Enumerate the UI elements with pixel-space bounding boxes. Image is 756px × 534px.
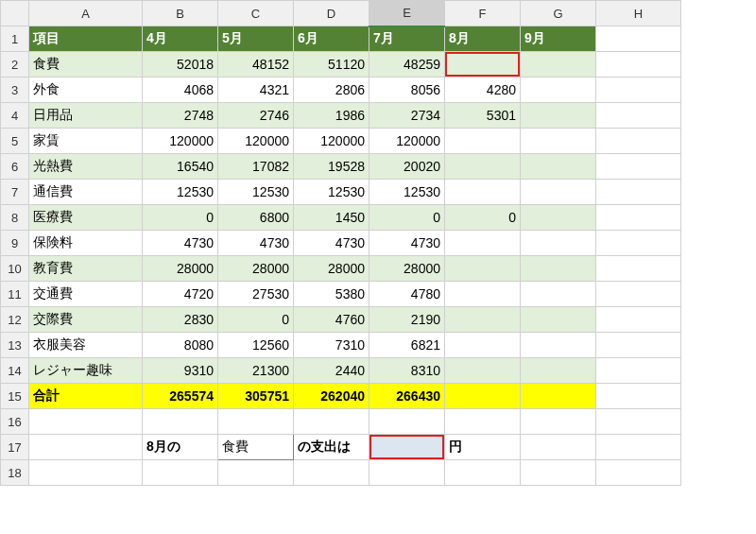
- row-header-4[interactable]: 4: [1, 103, 29, 129]
- row-header-18[interactable]: 18: [1, 460, 29, 486]
- row-header-17[interactable]: 17: [1, 435, 29, 460]
- data-cell[interactable]: 12530: [218, 180, 294, 205]
- data-cell[interactable]: 7310: [294, 333, 369, 358]
- data-cell[interactable]: [521, 180, 596, 205]
- data-cell[interactable]: [445, 256, 521, 282]
- header-item[interactable]: 項目: [29, 26, 143, 52]
- data-cell[interactable]: 120000: [294, 129, 369, 154]
- row-label[interactable]: 食費: [29, 52, 143, 78]
- data-cell[interactable]: 27530: [218, 282, 294, 307]
- data-cell[interactable]: 0: [445, 205, 521, 231]
- data-cell[interactable]: 17082: [218, 154, 294, 180]
- data-cell[interactable]: [521, 103, 596, 129]
- data-cell[interactable]: [445, 52, 521, 78]
- data-cell[interactable]: 8056: [369, 78, 445, 103]
- cell[interactable]: [218, 460, 294, 486]
- data-cell[interactable]: 4730: [143, 231, 218, 256]
- data-cell[interactable]: 12530: [369, 180, 445, 205]
- total-jun[interactable]: 262040: [294, 384, 369, 409]
- data-cell[interactable]: 4280: [445, 78, 521, 103]
- row-header-3[interactable]: 3: [1, 78, 29, 103]
- data-cell[interactable]: [521, 205, 596, 231]
- sentence-part-1[interactable]: 8月の: [143, 435, 218, 460]
- data-cell[interactable]: 48259: [369, 52, 445, 78]
- cell[interactable]: [596, 129, 681, 154]
- row-header-16[interactable]: 16: [1, 409, 29, 435]
- data-cell[interactable]: 19528: [294, 154, 369, 180]
- select-all-corner[interactable]: [1, 1, 29, 26]
- data-cell[interactable]: 52018: [143, 52, 218, 78]
- row-header-14[interactable]: 14: [1, 358, 29, 384]
- data-cell[interactable]: 0: [369, 205, 445, 231]
- header-apr[interactable]: 4月: [143, 26, 218, 52]
- cell[interactable]: [143, 409, 218, 435]
- cell[interactable]: [445, 460, 521, 486]
- data-cell[interactable]: 9310: [143, 358, 218, 384]
- data-cell[interactable]: 4730: [218, 231, 294, 256]
- row-label[interactable]: 光熱費: [29, 154, 143, 180]
- cell[interactable]: [596, 282, 681, 307]
- data-cell[interactable]: 4730: [294, 231, 369, 256]
- row-label[interactable]: 医療費: [29, 205, 143, 231]
- row-header-13[interactable]: 13: [1, 333, 29, 358]
- category-input[interactable]: 食費: [218, 435, 294, 460]
- data-cell[interactable]: [445, 154, 521, 180]
- data-cell[interactable]: [521, 52, 596, 78]
- row-header-10[interactable]: 10: [1, 256, 29, 282]
- data-cell[interactable]: 5301: [445, 103, 521, 129]
- col-header-G[interactable]: G: [521, 1, 596, 26]
- sentence-part-2[interactable]: の支出は: [294, 435, 369, 460]
- data-cell[interactable]: 4321: [218, 78, 294, 103]
- data-cell[interactable]: 20020: [369, 154, 445, 180]
- cell[interactable]: [294, 460, 369, 486]
- data-cell[interactable]: 8080: [143, 333, 218, 358]
- row-label[interactable]: 教育費: [29, 256, 143, 282]
- total-jul[interactable]: 266430: [369, 384, 445, 409]
- cell[interactable]: [596, 307, 681, 333]
- cell[interactable]: [596, 333, 681, 358]
- data-cell[interactable]: 12530: [143, 180, 218, 205]
- row-header-7[interactable]: 7: [1, 180, 29, 205]
- data-cell[interactable]: 4730: [369, 231, 445, 256]
- data-cell[interactable]: [445, 231, 521, 256]
- cell[interactable]: [596, 78, 681, 103]
- data-cell[interactable]: 21300: [218, 358, 294, 384]
- data-cell[interactable]: 120000: [369, 129, 445, 154]
- cell[interactable]: [596, 26, 681, 52]
- cell[interactable]: [218, 409, 294, 435]
- cell[interactable]: [521, 409, 596, 435]
- total-label[interactable]: 合計: [29, 384, 143, 409]
- data-cell[interactable]: 4068: [143, 78, 218, 103]
- data-cell[interactable]: 2746: [218, 103, 294, 129]
- cell[interactable]: [143, 460, 218, 486]
- cell[interactable]: [369, 409, 445, 435]
- header-sep[interactable]: 9月: [521, 26, 596, 52]
- cell[interactable]: [294, 409, 369, 435]
- data-cell[interactable]: [521, 78, 596, 103]
- cell[interactable]: [445, 409, 521, 435]
- col-header-C[interactable]: C: [218, 1, 294, 26]
- row-label[interactable]: 日用品: [29, 103, 143, 129]
- data-cell[interactable]: [521, 154, 596, 180]
- data-cell[interactable]: [445, 307, 521, 333]
- cell[interactable]: [596, 256, 681, 282]
- data-cell[interactable]: 4780: [369, 282, 445, 307]
- data-cell[interactable]: [445, 358, 521, 384]
- col-header-A[interactable]: A: [29, 1, 143, 26]
- data-cell[interactable]: 28000: [218, 256, 294, 282]
- cell[interactable]: [596, 384, 681, 409]
- data-cell[interactable]: 0: [218, 307, 294, 333]
- row-header-9[interactable]: 9: [1, 231, 29, 256]
- data-cell[interactable]: 28000: [369, 256, 445, 282]
- col-header-F[interactable]: F: [445, 1, 521, 26]
- row-header-8[interactable]: 8: [1, 205, 29, 231]
- data-cell[interactable]: 4760: [294, 307, 369, 333]
- row-header-11[interactable]: 11: [1, 282, 29, 307]
- total-aug[interactable]: [445, 384, 521, 409]
- data-cell[interactable]: 120000: [218, 129, 294, 154]
- data-cell[interactable]: 5380: [294, 282, 369, 307]
- data-cell[interactable]: 2190: [369, 307, 445, 333]
- cell[interactable]: [596, 103, 681, 129]
- header-jun[interactable]: 6月: [294, 26, 369, 52]
- cell[interactable]: [596, 231, 681, 256]
